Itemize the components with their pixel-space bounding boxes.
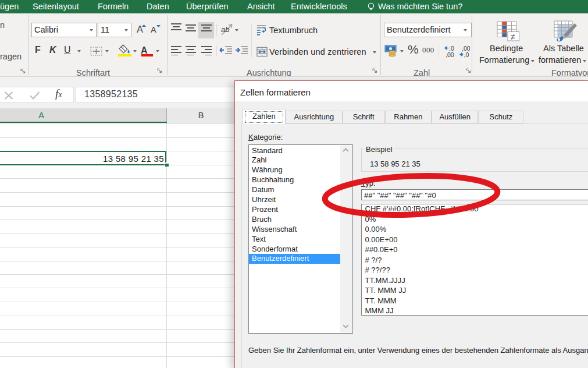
svg-text:,00: ,00 xyxy=(446,51,454,58)
svg-text:≠: ≠ xyxy=(511,32,515,41)
svg-text:ab: ab xyxy=(221,25,229,34)
svg-text:,0: ,0 xyxy=(464,51,469,58)
